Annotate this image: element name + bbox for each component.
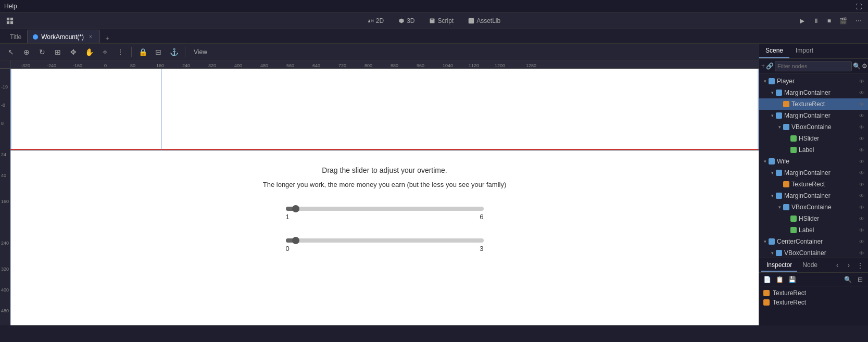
node-label-label-2: Label	[799, 226, 858, 234]
inspector-next-button[interactable]: ›	[843, 260, 854, 271]
node-visibility-texture-rect-1[interactable]: 👁	[858, 100, 866, 108]
node-label-vbox-container-1: VBoxContaine	[791, 123, 858, 131]
inspector-dots-button[interactable]: ⋮	[854, 260, 866, 271]
node-options-button[interactable]: ⚙	[862, 60, 867, 72]
hruler-label-2: -240	[47, 63, 56, 68]
node-item-vbox-container-2[interactable]: ▾VBoxContaine👁	[759, 201, 868, 213]
node-visibility-texture-rect-2[interactable]: 👁	[858, 180, 866, 188]
inspector-tool-2[interactable]: 📋	[774, 274, 785, 285]
inspector-tool-1[interactable]: 📄	[761, 274, 773, 285]
node-type-icon-margin-container-3	[776, 170, 782, 176]
select-tool-button[interactable]: ↖	[4, 45, 18, 59]
inspector-prev-button[interactable]: ‹	[832, 260, 843, 271]
node-item-texture-rect-1[interactable]: TextureRect👁	[759, 98, 868, 110]
stop-button[interactable]: ■	[825, 16, 833, 26]
inspector-filter-button[interactable]: ⊟	[854, 274, 866, 285]
inspector-node-icon-2	[763, 299, 770, 306]
node-item-texture-rect-2[interactable]: TextureRect👁	[759, 179, 868, 190]
node-visibility-player[interactable]: 👁	[858, 77, 866, 85]
node-item-hslider-2[interactable]: HSlider👁	[759, 213, 868, 224]
inspector-search-button[interactable]: 🔍	[842, 274, 853, 285]
pan-tool-button[interactable]: ✋	[82, 45, 96, 59]
slider2-thumb[interactable]	[292, 237, 299, 244]
node-visibility-center-container[interactable]: 👁	[858, 237, 866, 246]
node-label-margin-container-1: MarginContainer	[784, 89, 858, 96]
add-node-button[interactable]: +	[761, 60, 765, 72]
node-arrow-margin-container-3: ▾	[769, 169, 776, 176]
node-item-margin-container-4[interactable]: ▾MarginContainer👁	[759, 190, 868, 201]
horizontal-ruler: -320 -240 -160 0 80 160 240 320 400 480 …	[10, 60, 759, 69]
rotate-tool-button[interactable]: ↻	[35, 45, 49, 59]
vruler-label-8: 320	[1, 267, 9, 272]
slider1-track[interactable]	[286, 207, 484, 211]
node-item-label-1[interactable]: Label👁	[759, 144, 868, 156]
title-tab[interactable]: Title	[4, 30, 27, 43]
mode-2d-button[interactable]: 2D	[366, 16, 386, 26]
node-arrow-texture-rect-1	[776, 100, 783, 108]
node-visibility-vbox-container-1[interactable]: 👁	[858, 123, 866, 131]
inspector-tool-3[interactable]: 💾	[786, 274, 798, 285]
transform-tool-button[interactable]: ✥	[67, 45, 80, 59]
node-item-margin-container-1[interactable]: ▾MarginContainer👁	[759, 87, 868, 98]
vruler-label-2: -8	[1, 103, 5, 108]
hruler-label-18: 1120	[469, 63, 479, 68]
inspector-tab[interactable]: Inspector	[761, 259, 797, 272]
dots-button[interactable]: ⋯	[853, 16, 864, 26]
node-item-label-2[interactable]: Label👁	[759, 224, 868, 236]
pivot-tool-button[interactable]: ⟡	[98, 45, 111, 59]
slider1-thumb[interactable]	[292, 205, 299, 212]
node-visibility-margin-container-4[interactable]: 👁	[858, 192, 866, 200]
node-visibility-label-2[interactable]: 👁	[858, 226, 866, 234]
work-amount-tab[interactable]: WorkAmount(*) ×	[27, 30, 100, 43]
node-tab[interactable]: Node	[797, 259, 823, 272]
node-visibility-hslider-1[interactable]: 👁	[858, 134, 866, 143]
slider1-max-label: 6	[480, 213, 483, 221]
node-label-texture-rect-1: TextureRect	[791, 100, 858, 108]
node-item-center-container[interactable]: ▾CenterContainer👁	[759, 236, 868, 247]
node-item-player[interactable]: ▾Player👁	[759, 75, 868, 87]
node-visibility-wife[interactable]: 👁	[858, 157, 866, 166]
node-visibility-margin-container-3[interactable]: 👁	[858, 169, 866, 177]
help-menu[interactable]: Help	[4, 3, 17, 10]
node-item-wife[interactable]: ▾Wife👁	[759, 156, 868, 167]
anchor-button[interactable]: ⚓	[167, 45, 181, 59]
view-menu-button[interactable]: View	[190, 47, 211, 57]
svg-rect-4	[430, 18, 435, 23]
add-tab-button[interactable]: +	[102, 33, 112, 43]
node-visibility-vbox-container-2[interactable]: 👁	[858, 203, 866, 211]
link-button[interactable]: 🔗	[766, 60, 774, 72]
node-visibility-margin-container-2[interactable]: 👁	[858, 111, 866, 120]
move-tool-button[interactable]: ⊕	[20, 45, 33, 59]
node-item-vbox-container-3[interactable]: ▾VBoxContainer👁	[759, 247, 868, 258]
hruler-label-5: 80	[130, 63, 135, 68]
node-item-hslider-1[interactable]: HSlider👁	[759, 133, 868, 144]
close-tab-icon[interactable]: ×	[87, 33, 94, 41]
movie-button[interactable]: 🎬	[837, 16, 849, 26]
node-item-margin-container-2[interactable]: ▾MarginContainer👁	[759, 110, 868, 121]
scale-tool-button[interactable]: ⊞	[51, 45, 65, 59]
node-type-icon-center-container	[769, 238, 775, 245]
pause-button[interactable]: ⏸	[811, 16, 821, 26]
play-button[interactable]: ▶	[798, 16, 807, 26]
script-button[interactable]: Script	[427, 16, 456, 26]
slider2-track[interactable]	[286, 238, 484, 243]
fullscreen-button[interactable]: ⛶	[853, 2, 864, 11]
scene-tab[interactable]: Scene	[759, 44, 789, 58]
canvas-content[interactable]: Drag the slider to adjust your overtime.…	[10, 69, 759, 325]
lock-button[interactable]: 🔒	[136, 45, 149, 59]
node-item-vbox-container-1[interactable]: ▾VBoxContaine👁	[759, 121, 868, 133]
node-visibility-vbox-container-3[interactable]: 👁	[858, 249, 866, 257]
asset-lib-button[interactable]: AssetLib	[466, 16, 502, 26]
snap-button[interactable]: ⊟	[152, 45, 165, 59]
import-tab[interactable]: Import	[789, 44, 820, 58]
node-visibility-hslider-2[interactable]: 👁	[858, 214, 866, 223]
more-tools-button[interactable]: ⋮	[114, 45, 127, 59]
node-label-margin-container-2: MarginContainer	[784, 112, 858, 119]
node-item-margin-container-3[interactable]: ▾MarginContainer👁	[759, 167, 868, 179]
inspector-tabs: Inspector Node ‹ › ⋮	[759, 258, 868, 273]
mode-3d-button[interactable]: 3D	[396, 16, 417, 26]
search-node-button[interactable]: 🔍	[853, 60, 861, 72]
filter-nodes-input[interactable]	[775, 61, 852, 71]
node-visibility-label-1[interactable]: 👁	[858, 146, 866, 154]
node-visibility-margin-container-1[interactable]: 👁	[858, 88, 866, 97]
